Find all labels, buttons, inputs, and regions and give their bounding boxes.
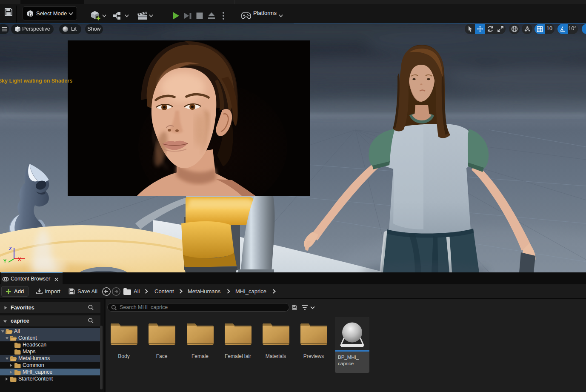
svg-text:Sky Light waiting on Shaders: Sky Light waiting on Shaders <box>0 78 72 84</box>
svg-text:Y: Y <box>3 258 7 263</box>
svg-text:Z: Z <box>9 246 12 251</box>
svg-text:X: X <box>18 257 21 262</box>
